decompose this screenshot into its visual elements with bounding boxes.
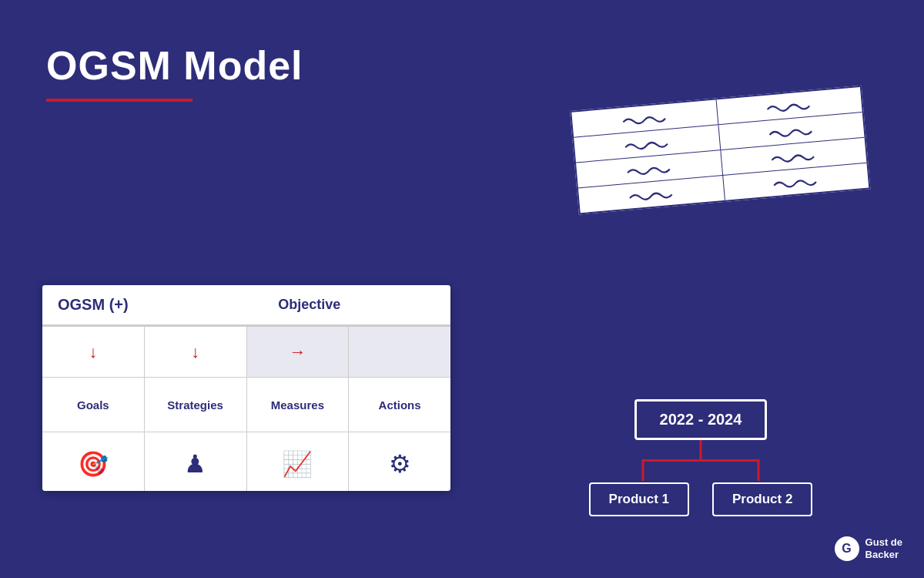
ogsm-cell-actions: Actions [349, 378, 450, 432]
goals-label: Goals [77, 398, 109, 412]
comparison-table-container: OKR OGSM Focus Actionnable Adjust Diffic… [499, 61, 895, 324]
gear-icon: ⚙ [389, 449, 411, 479]
ogsm-col-label: OGSM [823, 49, 859, 65]
brand-line1: Gust de [865, 536, 902, 549]
hierarchy-right-branch [758, 459, 760, 481]
brand-line2: Backer [865, 549, 902, 561]
hierarchy-children: Product 1 Product 2 [589, 482, 813, 516]
squiggle-icon [766, 150, 821, 163]
squiggle-icon [768, 175, 823, 189]
hierarchy-lines [604, 440, 797, 482]
ogsm-cell-strategies-arrow: ↓ [145, 327, 247, 377]
comparison-inner: OKR OGSM Focus Actionnable Adjust Diffic… [499, 61, 895, 324]
ogsm-table-header: OGSM (+) Objective [42, 285, 450, 326]
down-arrow-goals-icon: ↓ [89, 344, 97, 361]
hierarchy-top-box: 2022 - 2024 [634, 399, 768, 440]
ogsm-cell-strategies-icon: ♟ [145, 432, 247, 491]
hierarchy-vertical-line [700, 440, 702, 459]
okr-col-label: OKR [641, 82, 668, 98]
down-arrow-strategies-icon: ↓ [191, 344, 199, 361]
table-row: ↓ ↓ → [42, 326, 450, 377]
chess-icon: ♟ [184, 449, 206, 479]
ogsm-table: OGSM (+) Objective ↓ ↓ → Goals Strategie… [42, 285, 450, 491]
ogsm-header-right-label: Objective [183, 297, 435, 313]
ogsm-cell-strategies: Strategies [145, 378, 247, 432]
hierarchy-left-branch [642, 459, 644, 481]
ogsm-header-left-label: OGSM (+) [58, 296, 183, 314]
product2-box: Product 2 [712, 482, 812, 516]
chart-icon: 📈 [282, 449, 313, 479]
squiggle-icon [621, 162, 676, 176]
product2-label: Product 2 [732, 492, 792, 506]
squiggle-icon [764, 124, 819, 138]
ogsm-cell-goals-icon: 🎯 [42, 432, 145, 491]
hierarchy-diagram: 2022 - 2024 Product 1 Product 2 [547, 399, 855, 516]
right-arrow-measures-icon: → [289, 342, 306, 362]
measures-label: Measures [271, 398, 324, 412]
brand-logo: G Gust de Backer [835, 536, 902, 561]
ogsm-cell-measures-arrow: → [247, 327, 350, 377]
ogsm-cell-measures: Measures [247, 378, 350, 432]
ogsm-cell-actions-icon: ⚙ [349, 432, 450, 491]
product1-box: Product 1 [589, 482, 689, 516]
squiggle-icon [618, 112, 672, 126]
brand-initial: G [842, 542, 851, 556]
squiggle-icon [624, 187, 678, 201]
ogsm-table-body: ↓ ↓ → Goals Strategies Measures Actions [42, 326, 450, 491]
label-difficulty: Difficulty [512, 237, 591, 277]
table-row: Goals Strategies Measures Actions [42, 377, 450, 432]
comparison-grid [570, 86, 870, 215]
brand-initial-circle: G [835, 536, 859, 561]
table-row: 🎯 ♟ 📈 ⚙ [42, 432, 450, 491]
squiggle-icon [620, 136, 675, 150]
title-underline [46, 99, 192, 102]
hierarchy-horizontal-line [643, 459, 758, 462]
strategies-label: Strategies [167, 398, 223, 412]
ogsm-cell-measures-icon: 📈 [247, 432, 350, 491]
ogsm-cell-goals-arrow: ↓ [42, 327, 145, 377]
page-title: OGSM Model [46, 42, 303, 89]
ogsm-cell-goals: Goals [42, 378, 145, 432]
brand-name: Gust de Backer [865, 536, 902, 560]
product1-label: Product 1 [609, 492, 669, 506]
squiggle-icon [762, 99, 816, 113]
target-icon: 🎯 [78, 449, 109, 479]
ogsm-cell-actions-arrow-empty [349, 327, 450, 377]
actions-label: Actions [379, 398, 421, 412]
